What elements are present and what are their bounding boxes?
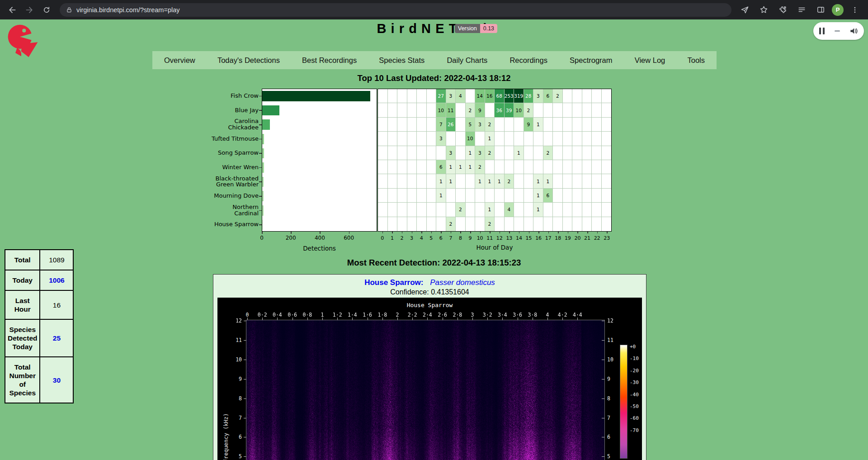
nav-item-recordings[interactable]: Recordings	[509, 56, 547, 65]
hour-tick	[597, 232, 598, 233]
hour-tick	[490, 232, 491, 233]
heatmap-cell	[533, 103, 543, 117]
nav-item-spectrogram[interactable]: Spectrogram	[570, 56, 612, 65]
heatmap-cell: 26	[446, 118, 456, 132]
heatmap-cell	[563, 146, 573, 160]
heatmap-cell	[407, 118, 417, 132]
heatmap-cell	[563, 132, 573, 146]
speaker-icon[interactable]	[849, 27, 858, 35]
heatmap-cell	[514, 189, 524, 203]
hour-tick	[548, 232, 549, 233]
spec-x-tick-label: 3·2	[480, 312, 495, 318]
heatmap-cell	[407, 146, 417, 160]
heatmap-cell	[553, 189, 563, 203]
species-scientific-link[interactable]: Passer domesticus	[430, 278, 495, 287]
detections-bar	[262, 205, 264, 216]
spec-y-tick-right	[602, 437, 604, 437]
hour-tick	[441, 232, 442, 233]
pause-button[interactable]	[819, 28, 825, 34]
nav-item-overview[interactable]: Overview	[164, 56, 195, 65]
spec-x-tick	[337, 318, 338, 320]
hour-tick-label: 9	[465, 235, 476, 241]
heatmap-cell	[524, 146, 534, 160]
species-label: Blue Jay	[149, 103, 259, 118]
heatmap-cell	[388, 103, 398, 117]
heatmap-cell	[524, 174, 534, 188]
heatmap-cell	[417, 217, 427, 231]
browser-menu-button[interactable]	[847, 2, 863, 18]
heatmap-cell: 1	[533, 174, 543, 188]
stat-value: 16	[40, 290, 73, 319]
nav-item-view-log[interactable]: View Log	[635, 56, 665, 65]
heatmap-cell: 2	[446, 217, 456, 231]
detection-species-line: House Sparrow: Passer domesticus	[213, 278, 646, 287]
most-recent-heading: Most Recent Detection: 2022-04-13 18:15:…	[0, 258, 868, 268]
heatmap-cell	[572, 174, 582, 188]
spec-x-tick-label: 4·4	[570, 312, 585, 318]
heatmap-cell	[407, 203, 417, 217]
heatmap-cell: 1	[485, 132, 495, 146]
spec-x-tick-label: 3·8	[525, 312, 540, 318]
profile-avatar[interactable]: P	[832, 4, 844, 16]
hour-tick	[607, 232, 608, 233]
species-name-link[interactable]: House Sparrow:	[364, 278, 423, 287]
heatmap-cell	[582, 118, 592, 132]
heatmap-cell	[466, 203, 476, 217]
heatmap-cell	[563, 89, 573, 103]
heatmap-cell	[407, 189, 417, 203]
reload-button[interactable]	[39, 2, 54, 18]
reload-icon	[42, 6, 51, 14]
nav-item-daily-charts[interactable]: Daily Charts	[447, 56, 487, 65]
heatmap-cell	[427, 174, 437, 188]
spec-y-tick-label: 11	[226, 337, 242, 343]
nav-item-today-s-detections[interactable]: Today's Detections	[217, 56, 280, 65]
heatmap-cell	[397, 160, 407, 174]
heatmap-cell: 2	[475, 160, 485, 174]
nav-item-species-stats[interactable]: Species Stats	[379, 56, 425, 65]
stat-value[interactable]: 30	[40, 357, 73, 403]
nav-item-best-recordings[interactable]: Best Recordings	[302, 56, 357, 65]
heatmap-cell	[533, 146, 543, 160]
hour-tick	[519, 232, 520, 233]
spec-y-tick	[244, 379, 246, 379]
heatmap-cell: 1	[475, 174, 485, 188]
heatmap-cell	[388, 118, 398, 132]
heatmap-cell	[388, 174, 398, 188]
back-button[interactable]	[5, 2, 20, 18]
bookmark-button[interactable]	[756, 2, 771, 18]
heatmap-cell	[388, 146, 398, 160]
stats-row: Species Detected Today25	[5, 319, 73, 357]
stat-value[interactable]: 1006	[40, 270, 73, 290]
heatmap-cell	[563, 160, 573, 174]
side-panel-button[interactable]	[813, 2, 828, 18]
species-label: Winter Wren	[149, 160, 259, 175]
stat-value[interactable]: 25	[40, 319, 73, 357]
spec-y-tick-label: 12	[226, 318, 242, 324]
version-badge[interactable]: Version 0.13	[455, 24, 497, 33]
species-label: Tufted Titmouse	[149, 132, 259, 146]
spec-x-tick-label: 0·2	[255, 312, 270, 318]
spec-x-tick-label: 3·4	[495, 312, 510, 318]
heatmap-cell	[592, 189, 602, 203]
heatmap-cell	[553, 203, 563, 217]
address-bar[interactable]: virginia.birdnetpi.com/?stream=play	[60, 3, 731, 17]
heatmap-cell: 2	[543, 146, 553, 160]
audio-player[interactable]	[813, 22, 864, 40]
forward-button[interactable]	[22, 2, 37, 18]
heatmap-x-axis-title: Hour of Day	[377, 244, 612, 251]
heatmap-cell	[582, 89, 592, 103]
share-button[interactable]	[737, 2, 752, 18]
extensions-button[interactable]	[775, 2, 790, 18]
player-timeline[interactable]	[835, 30, 840, 32]
heatmap-cell	[397, 189, 407, 203]
spec-y-tick-label: 8	[226, 395, 242, 402]
reading-list-button[interactable]	[794, 2, 809, 18]
heatmap-cell	[563, 203, 573, 217]
heatmap-cell	[592, 103, 602, 117]
heatmap-cell	[407, 89, 417, 103]
heatmap-cell	[466, 189, 476, 203]
heatmap-cell	[572, 203, 582, 217]
heatmap-cell: 1	[446, 160, 456, 174]
nav-item-tools[interactable]: Tools	[687, 56, 705, 65]
heatmap-cell	[378, 146, 388, 160]
